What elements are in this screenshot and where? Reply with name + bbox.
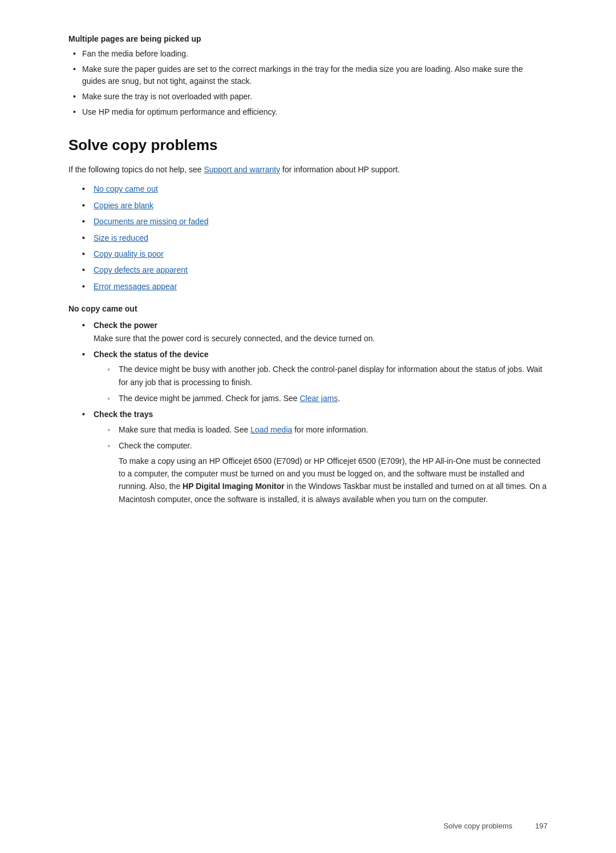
intro-paragraph: If the following topics do not help, see…	[68, 163, 548, 176]
check-status-label: Check the status of the device	[94, 350, 209, 359]
check-power-body: Make sure that the power cord is securel…	[94, 334, 375, 343]
intro-after-link: for information about HP support.	[280, 165, 400, 174]
main-section: Solve copy problems If the following top…	[68, 136, 548, 293]
check-computer-extended: To make a copy using an HP Officejet 650…	[119, 455, 548, 506]
list-item: Make sure that media is loaded. See Load…	[105, 423, 548, 436]
topic-link-copy-defects[interactable]: Copy defects are apparent	[94, 265, 188, 274]
list-item: Error messages appear	[82, 280, 548, 293]
no-copy-list: Check the power Make sure that the power…	[82, 319, 548, 506]
list-item: Size is reduced	[82, 232, 548, 244]
list-item: The device might be busy with another jo…	[105, 363, 548, 389]
clear-jams-link[interactable]: Clear jams	[299, 394, 338, 403]
list-item: No copy came out	[82, 183, 548, 195]
list-item: Copy quality is poor	[82, 248, 548, 260]
list-item: Use HP media for optimum performance and…	[68, 106, 548, 118]
subsection-heading: No copy came out	[68, 304, 548, 313]
jammed-after-link: .	[338, 394, 340, 403]
list-item-check-status: Check the status of the device The devic…	[82, 348, 548, 405]
list-item: Make sure the paper guides are set to th…	[68, 63, 548, 87]
topic-link-size-reduced[interactable]: Size is reduced	[94, 233, 148, 242]
topic-link-documents-missing[interactable]: Documents are missing or faded	[94, 217, 209, 226]
topic-link-error-messages[interactable]: Error messages appear	[94, 282, 177, 291]
top-bullet-list: Fan the media before loading. Make sure …	[68, 48, 548, 118]
load-media-after: for more information.	[292, 425, 368, 434]
load-media-link[interactable]: Load media	[250, 425, 292, 434]
list-item: Copies are blank	[82, 199, 548, 212]
list-item: Documents are missing or faded	[82, 215, 548, 228]
top-heading: Multiple pages are being picked up	[68, 34, 548, 43]
topic-link-no-copy[interactable]: No copy came out	[94, 184, 158, 193]
load-media-before: Make sure that media is loaded. See	[119, 425, 250, 434]
check-trays-label: Check the trays	[94, 410, 153, 419]
check-power-label: Check the power	[94, 321, 157, 330]
list-item-check-power: Check the power Make sure that the power…	[82, 319, 548, 345]
list-item: Copy defects are apparent	[82, 264, 548, 276]
list-item-check-trays: Check the trays Make sure that media is …	[82, 408, 548, 506]
section-title: Solve copy problems	[68, 136, 548, 154]
page-footer: Solve copy problems 197	[444, 822, 548, 830]
check-status-subitems: The device might be busy with another jo…	[105, 363, 548, 405]
list-item: Fan the media before loading.	[68, 48, 548, 60]
list-item-check-computer: Check the computer. To make a copy using…	[105, 439, 548, 506]
topic-link-copies-blank[interactable]: Copies are blank	[94, 201, 153, 210]
footer-page-number: 197	[535, 822, 548, 830]
topic-link-copy-quality[interactable]: Copy quality is poor	[94, 249, 164, 258]
jammed-before-link: The device might be jammed. Check for ja…	[119, 394, 299, 403]
support-warranty-link[interactable]: Support and warranty	[204, 165, 280, 174]
check-computer-text: Check the computer.	[119, 441, 192, 450]
top-section: Multiple pages are being picked up Fan t…	[68, 34, 548, 118]
topics-list: No copy came out Copies are blank Docume…	[82, 183, 548, 293]
footer-section-label: Solve copy problems	[444, 822, 513, 830]
list-item: The device might be jammed. Check for ja…	[105, 392, 548, 405]
subsection-no-copy: No copy came out Check the power Make su…	[68, 304, 548, 506]
check-trays-subitems: Make sure that media is loaded. See Load…	[105, 423, 548, 506]
digital-imaging-monitor-bold: HP Digital Imaging Monitor	[183, 482, 285, 491]
intro-before-link: If the following topics do not help, see	[68, 165, 204, 174]
list-item: Make sure the tray is not overloaded wit…	[68, 91, 548, 103]
